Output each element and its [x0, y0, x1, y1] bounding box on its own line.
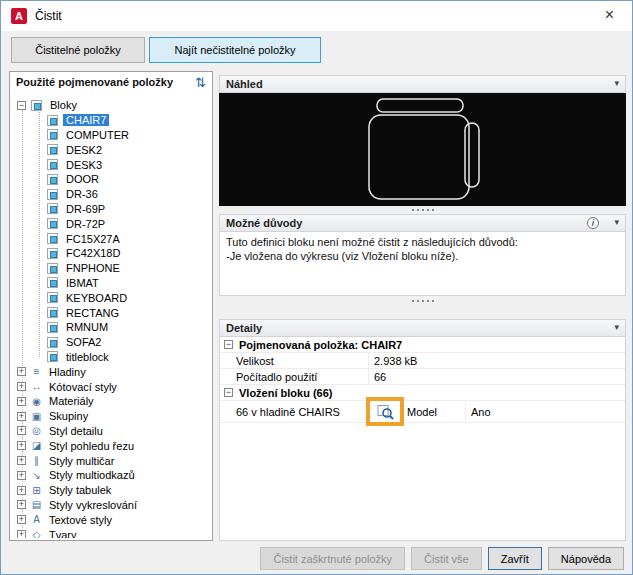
expand-icon[interactable]: +	[17, 367, 26, 376]
tree-item-label: Skupiny	[46, 410, 91, 422]
tree-item-block[interactable]: DOOR	[12, 172, 210, 187]
expand-icon[interactable]: +	[17, 426, 26, 435]
tree-item-label: SOFA2	[63, 336, 104, 348]
tree-item-materials[interactable]: + ◉ Materiály	[12, 394, 210, 409]
tree-item-block[interactable]: titleblock	[12, 350, 210, 365]
tab-purgeable-items[interactable]: Čistitelné položky	[11, 37, 145, 63]
zoom-to-insertion-icon[interactable]	[377, 404, 394, 420]
tree-item-block[interactable]: DR-69P	[12, 202, 210, 217]
tree-item-block[interactable]: FC42X18D	[12, 246, 210, 261]
tree-item-label: DR-36	[63, 188, 101, 200]
tree-item-block[interactable]: FNPHONE	[12, 261, 210, 276]
tree-item-block[interactable]: KEYBOARD	[12, 290, 210, 305]
block-icon	[47, 144, 58, 155]
reason-line-2: -Je vložena do výkresu (viz Vložení blok…	[226, 249, 619, 263]
tree-item-label: COMPUTER	[63, 129, 132, 141]
tree-item-block[interactable]: RMNUM	[12, 320, 210, 335]
sort-icon[interactable]: ⇅	[195, 75, 206, 90]
close-button[interactable]: Zavřít	[488, 547, 542, 570]
block-icon	[47, 218, 58, 229]
expand-icon[interactable]: +	[17, 486, 26, 495]
left-panel-header: Použité pojmenované položky ⇅	[16, 76, 208, 96]
tree-item-section-view-style[interactable]: + ◪ Styl pohledu řezu	[12, 438, 210, 453]
tree-item-layers[interactable]: + ≡ Hladiny	[12, 364, 210, 379]
tab-find-non-purgeable-items[interactable]: Najít nečistitelné položky	[149, 37, 321, 63]
tree-item-block[interactable]: COMPUTER	[12, 128, 210, 143]
insertion-label: 66 v hladině CHAIRS	[220, 401, 369, 422]
left-panel-title: Použité pojmenované položky	[16, 76, 173, 88]
collapse-icon[interactable]: −	[224, 388, 233, 397]
details-section-header: Detaily ▾	[219, 319, 626, 337]
named-items-tree: − Bloky CHAIR7 COMPUTER DESK2 DESK3	[12, 98, 210, 538]
tree-item-block[interactable]: DR-72P	[12, 216, 210, 231]
tree-item-block[interactable]: DR-36	[12, 187, 210, 202]
tree-item-shapes[interactable]: + ◇ Tvary	[12, 527, 210, 538]
expand-icon[interactable]: +	[17, 412, 26, 421]
tree-item-groups[interactable]: + ▣ Skupiny	[12, 409, 210, 424]
materials-icon: ◉	[30, 396, 43, 407]
expand-icon[interactable]: +	[17, 530, 26, 538]
purge-all-button[interactable]: Čistit vše	[411, 547, 482, 570]
block-icon	[47, 233, 58, 244]
details-group-named-item[interactable]: − Pojmenovaná položka: CHAIR7	[220, 337, 625, 353]
expand-icon[interactable]: +	[17, 471, 26, 480]
named-items-panel: Použité pojmenované položky ⇅ − Bloky CH…	[9, 71, 213, 541]
details-title: Detaily	[226, 322, 262, 334]
splitter-handle[interactable]	[219, 297, 626, 305]
tree-item-label: DOOR	[63, 173, 102, 185]
tree-item-detail-view-style[interactable]: + ◎ Styl detailu	[12, 424, 210, 439]
details-group-label: Vložení bloku (66)	[239, 387, 333, 399]
expand-icon[interactable]: +	[17, 456, 26, 465]
tree-item-label: FNPHONE	[63, 262, 123, 274]
tree-item-block[interactable]: CHAIR7	[12, 113, 210, 128]
tree-item-label: Styly multiodkazů	[46, 469, 138, 481]
chevron-down-icon[interactable]: ▾	[614, 78, 619, 88]
detail-value: 2.938 kB	[369, 353, 625, 368]
expand-icon[interactable]: +	[17, 515, 26, 524]
expand-icon[interactable]: +	[17, 397, 26, 406]
shapes-icon: ◇	[30, 529, 43, 538]
tree-item-label: Textové styly	[46, 514, 115, 526]
titlebar: A Čistit ×	[1, 1, 632, 31]
tree-item-multileader-styles[interactable]: + ↘ Styly multiodkazů	[12, 468, 210, 483]
info-icon[interactable]: i	[587, 217, 599, 229]
purge-dialog: A Čistit × Čistitelné položky Najít neči…	[0, 0, 633, 575]
tree-item-block[interactable]: DESK2	[12, 142, 210, 157]
tree-item-block[interactable]: SOFA2	[12, 335, 210, 350]
tree-item-label: Materiály	[46, 395, 97, 407]
tree-item-block[interactable]: DESK3	[12, 157, 210, 172]
purge-checked-button[interactable]: Čistit zaškrtnuté položky	[260, 547, 405, 570]
expand-icon[interactable]: +	[17, 500, 26, 509]
details-row-size: Velikost 2.938 kB	[220, 353, 625, 369]
tree-item-label: titleblock	[63, 351, 112, 363]
tree-item-block[interactable]: IBMAT	[12, 276, 210, 291]
details-group-block-insertions[interactable]: − Vložení bloku (66)	[220, 385, 625, 401]
expand-icon[interactable]: +	[17, 441, 26, 450]
insertion-flag: Ano	[466, 401, 625, 422]
tree-item-plot-styles[interactable]: + ▤ Styly vykreslování	[12, 498, 210, 513]
chevron-down-icon[interactable]: ▾	[614, 217, 619, 227]
tree-item-label: CHAIR7	[63, 114, 109, 126]
help-button[interactable]: Nápověda	[548, 547, 624, 570]
multiline-style-icon: ∥	[30, 455, 43, 466]
close-icon[interactable]: ×	[587, 1, 632, 31]
tree-item-label: Kótovací styly	[46, 381, 120, 393]
tree-item-table-styles[interactable]: + ⊞ Styly tabulek	[12, 483, 210, 498]
tree-item-blocks-root[interactable]: − Bloky	[12, 98, 210, 113]
tree-item-multiline-styles[interactable]: + ∥ Styly multičar	[12, 453, 210, 468]
tree-item-block[interactable]: FC15X27A	[12, 231, 210, 246]
reasons-section-header: Možné důvody i ▾	[219, 214, 626, 232]
tree-item-label: DR-72P	[63, 218, 108, 230]
collapse-icon[interactable]: −	[17, 101, 26, 110]
tree-item-label: Styly tabulek	[46, 484, 114, 496]
tree-item-dimension-styles[interactable]: + ↔ Kótovací styly	[12, 379, 210, 394]
preview-section-header: Náhled ▾	[219, 75, 626, 93]
plot-style-icon: ▤	[30, 499, 43, 510]
splitter-handle[interactable]	[219, 206, 626, 214]
expand-icon[interactable]: +	[17, 382, 26, 391]
collapse-icon[interactable]: −	[224, 340, 233, 349]
tree-item-block[interactable]: RECTANG	[12, 305, 210, 320]
tree-item-text-styles[interactable]: + A Textové styly	[12, 512, 210, 527]
details-row-usage-count: Počítadlo použití 66	[220, 369, 625, 385]
chevron-down-icon[interactable]: ▾	[614, 322, 619, 332]
